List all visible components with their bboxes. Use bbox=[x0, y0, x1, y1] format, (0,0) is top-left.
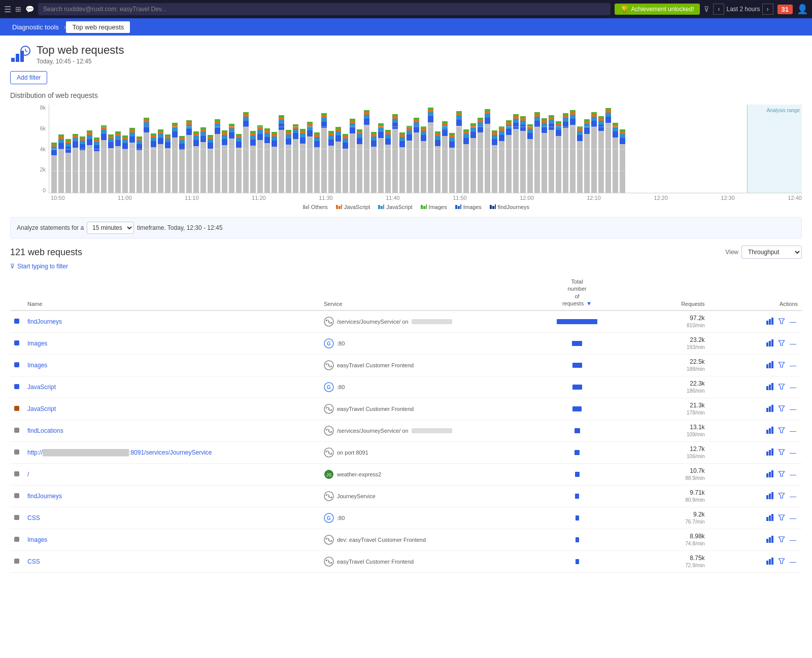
row-filter-button[interactable] bbox=[777, 383, 786, 392]
row-filter-button[interactable] bbox=[777, 405, 786, 413]
row-filter-button[interactable] bbox=[777, 448, 786, 457]
legend-javascript-blue[interactable]: JavaScript bbox=[378, 204, 412, 210]
svg-rect-12 bbox=[58, 149, 64, 193]
legend-findjourneys[interactable]: findJourneys bbox=[490, 204, 529, 210]
row-chart-button[interactable] bbox=[765, 426, 775, 436]
breadcrumb-current: Top web requests bbox=[66, 21, 130, 33]
svg-rect-318 bbox=[492, 139, 497, 145]
row-more-button[interactable]: — bbox=[788, 318, 798, 326]
row-chart-button[interactable] bbox=[765, 361, 775, 370]
legend-images-darkblue[interactable]: Images bbox=[455, 204, 482, 210]
row-chart-button[interactable] bbox=[765, 383, 775, 392]
legend-javascript-orange[interactable]: JavaScript bbox=[336, 204, 370, 210]
row-chart-button[interactable] bbox=[765, 470, 775, 479]
row-name-link[interactable]: findLocations bbox=[27, 427, 63, 434]
filter-placeholder[interactable]: Start typing to filter bbox=[17, 263, 68, 270]
row-filter-button[interactable] bbox=[777, 536, 786, 544]
notification-count[interactable]: 31 bbox=[777, 5, 793, 14]
nav-forward-button[interactable]: › bbox=[762, 4, 773, 15]
row-chart-button[interactable] bbox=[765, 448, 775, 458]
row-chart-button[interactable] bbox=[765, 492, 775, 501]
svg-rect-288 bbox=[449, 142, 455, 148]
svg-rect-215 bbox=[343, 136, 348, 138]
svg-rect-284 bbox=[442, 126, 448, 130]
svg-rect-246 bbox=[385, 130, 391, 132]
row-more-button[interactable]: — bbox=[788, 536, 798, 544]
th-name[interactable]: Name bbox=[23, 275, 320, 310]
svg-rect-70 bbox=[137, 138, 142, 141]
row-more-button[interactable]: — bbox=[788, 492, 798, 501]
svg-rect-429 bbox=[458, 206, 460, 209]
row-more-button[interactable]: — bbox=[788, 339, 798, 348]
row-filter-button[interactable] bbox=[777, 470, 786, 479]
svg-rect-398 bbox=[605, 117, 611, 123]
svg-rect-17 bbox=[65, 153, 71, 193]
th-total-requests[interactable]: Totalnumberofrequests ▼ bbox=[523, 275, 631, 310]
row-name-link[interactable]: / bbox=[27, 471, 29, 478]
row-name-link[interactable]: findJourneys bbox=[27, 318, 62, 325]
row-name-link[interactable]: CSS bbox=[27, 558, 40, 565]
row-more-button[interactable]: — bbox=[788, 383, 798, 392]
row-filter-button[interactable] bbox=[777, 427, 786, 435]
x-label-1210: 12:10 bbox=[587, 195, 601, 201]
svg-rect-292 bbox=[456, 126, 462, 193]
row-chart-button[interactable] bbox=[765, 535, 775, 545]
row-more-button[interactable]: — bbox=[788, 470, 798, 479]
row-chart-button[interactable] bbox=[765, 404, 775, 414]
row-name-link[interactable]: CSS bbox=[27, 514, 40, 522]
row-filter-button[interactable] bbox=[777, 558, 786, 566]
breadcrumb-parent[interactable]: Diagnostic tools bbox=[7, 23, 64, 31]
row-filter-button[interactable] bbox=[777, 361, 786, 370]
row-more-button[interactable]: — bbox=[788, 558, 798, 566]
row-name-link[interactable]: Images bbox=[27, 340, 47, 347]
row-filter-button[interactable] bbox=[777, 318, 786, 326]
chat-icon[interactable]: 💬 bbox=[25, 5, 34, 13]
legend-others[interactable]: Others bbox=[303, 204, 328, 210]
view-select[interactable]: Throughput Response time Failure rate bbox=[741, 246, 802, 259]
svg-rect-357 bbox=[549, 130, 554, 193]
row-name-link[interactable]: Images bbox=[27, 362, 47, 369]
legend-images-green[interactable]: Images bbox=[421, 204, 447, 210]
menu-icon[interactable]: ☰ bbox=[4, 5, 11, 14]
x-label-1050: 10:50 bbox=[51, 195, 65, 201]
svg-rect-309 bbox=[478, 122, 483, 126]
row-filter-button[interactable] bbox=[777, 492, 786, 501]
svg-rect-238 bbox=[378, 132, 384, 138]
row-name-link[interactable]: JavaScript bbox=[27, 405, 56, 412]
svg-rect-135 bbox=[229, 126, 234, 128]
row-name-link[interactable]: findJourneys bbox=[27, 493, 62, 500]
svg-rect-241 bbox=[378, 123, 384, 125]
grid-icon[interactable]: ⊞ bbox=[15, 5, 21, 13]
svg-rect-61 bbox=[122, 135, 128, 137]
svg-rect-77 bbox=[151, 147, 156, 193]
filter-icon[interactable]: ⊽ bbox=[704, 5, 709, 13]
user-icon[interactable]: 👤 bbox=[797, 4, 808, 15]
row-name-link[interactable]: Images bbox=[27, 536, 47, 543]
row-filter-button[interactable] bbox=[777, 339, 786, 348]
nav-back-button[interactable]: ‹ bbox=[713, 4, 724, 15]
row-more-button[interactable]: — bbox=[788, 448, 798, 457]
total-bar bbox=[572, 406, 582, 411]
svg-rect-301 bbox=[463, 129, 469, 131]
add-filter-button[interactable]: Add filter bbox=[10, 71, 47, 84]
svg-point-515 bbox=[325, 560, 327, 562]
analyze-timeframe-select[interactable]: 15 minutes 30 minutes 1 hour bbox=[87, 222, 134, 234]
row-more-button[interactable]: — bbox=[788, 405, 798, 413]
achievement-button[interactable]: 🏆 Achievement unlocked! bbox=[615, 4, 700, 15]
svg-rect-326 bbox=[499, 126, 504, 128]
row-more-button[interactable]: — bbox=[788, 361, 798, 370]
svg-rect-74 bbox=[144, 122, 149, 126]
search-input[interactable] bbox=[38, 3, 611, 15]
svg-rect-172 bbox=[286, 145, 291, 193]
row-more-button[interactable]: — bbox=[788, 514, 798, 523]
svg-rect-92 bbox=[172, 137, 178, 193]
row-more-button[interactable]: — bbox=[788, 427, 798, 435]
row-chart-button[interactable] bbox=[765, 557, 775, 567]
row-filter-button[interactable] bbox=[777, 514, 786, 523]
row-chart-button[interactable] bbox=[765, 317, 775, 327]
row-chart-button[interactable] bbox=[765, 339, 775, 349]
row-chart-button[interactable] bbox=[765, 513, 775, 523]
row-name-link[interactable]: JavaScript bbox=[27, 384, 56, 391]
row-name-link[interactable]: http://████████████████████:8091/service… bbox=[27, 449, 212, 456]
svg-rect-58 bbox=[122, 143, 128, 149]
